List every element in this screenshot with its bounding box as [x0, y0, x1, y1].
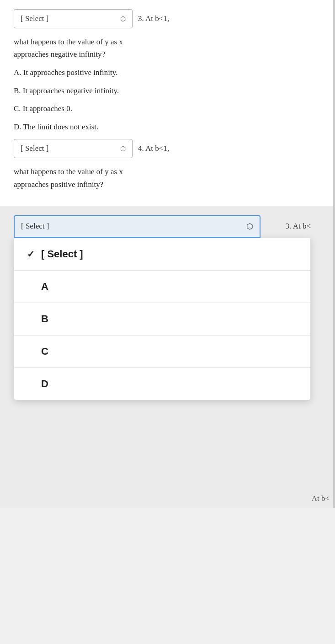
select3-label: [ Select ]	[21, 222, 49, 231]
dropdown-item-b[interactable]: ✓ B	[14, 303, 310, 335]
option-b-text: B. It approaches negative infinity.	[14, 85, 321, 97]
dropdown-item-d-label: D	[41, 378, 48, 390]
dropdown-item-d[interactable]: ✓ D	[14, 368, 310, 400]
question4-select-row: [ Select ] ⬡ 4. At b<1,	[14, 139, 321, 158]
top-content: [ Select ] ⬡ 3. At b<1, what happens to …	[0, 0, 335, 206]
dropdown-item-a-label: A	[41, 281, 48, 293]
question4-label: 4. At b<1,	[138, 144, 169, 153]
dropdown-item-c[interactable]: ✓ C	[14, 335, 310, 368]
question4-text: what happens to the value of y as xappro…	[14, 165, 321, 190]
select-dropdown-1[interactable]: [ Select ] ⬡	[14, 9, 133, 28]
chevron-icon-1: ⬡	[120, 15, 126, 23]
q3-partial-label: 3. At b<	[286, 222, 311, 231]
option-c-text: C. It approaches 0.	[14, 103, 321, 115]
bottom-partial-text: At b<	[312, 494, 330, 503]
vertical-divider	[333, 0, 335, 508]
question3-select-row: [ Select ] ⬡ 3. At b<1,	[14, 9, 321, 28]
select1-label: [ Select ]	[21, 14, 48, 23]
dropdown-item-select[interactable]: ✓ [ Select ]	[14, 238, 310, 271]
checkmark-icon: ✓	[27, 249, 35, 260]
chevron-icon-3: ⬡	[246, 222, 253, 231]
dropdown-menu: ✓ [ Select ] ✓ A ✓ B ✓ C ✓ D	[14, 238, 311, 400]
question3-text: what happens to the value of y as xappro…	[14, 36, 321, 60]
select-dropdown-2[interactable]: [ Select ] ⬡	[14, 139, 133, 158]
dropdown-overlay: [ Select ] ⬡ 3. At b< ✓ [ Select ] ✓ A ✓…	[14, 215, 315, 400]
option-d-text: D. The limit does not exist.	[14, 121, 321, 133]
chevron-icon-2: ⬡	[120, 145, 126, 153]
select2-label: [ Select ]	[21, 144, 48, 153]
select-dropdown-3-active[interactable]: [ Select ] ⬡	[14, 215, 261, 238]
dropdown-item-b-label: B	[41, 313, 48, 325]
page-container: [ Select ] ⬡ 3. At b<1, what happens to …	[0, 0, 335, 508]
background-area: [ Select ] ⬡ 3. At b< ✓ [ Select ] ✓ A ✓…	[0, 206, 335, 508]
dropdown-item-select-label: [ Select ]	[41, 248, 83, 260]
dropdown-item-c-label: C	[41, 346, 48, 357]
dropdown-item-a[interactable]: ✓ A	[14, 271, 310, 303]
question3-label: 3. At b<1,	[138, 14, 169, 23]
option-a-text: A. It approaches positive infinity.	[14, 67, 321, 79]
